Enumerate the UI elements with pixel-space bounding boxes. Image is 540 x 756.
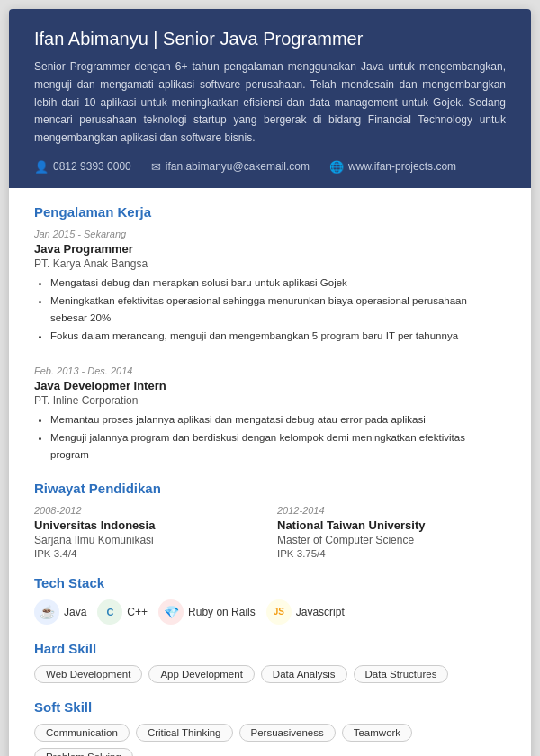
softskill-tags: Communication Critical Thinking Persuasi… [34,724,506,756]
experience-section: Pengalaman Kerja Jan 2015 - Sekarang Jav… [34,204,506,464]
header-section: Ifan Abimanyu | Senior Java Programmer S… [9,9,531,188]
exp-bullet-2-2: Menguji jalannya program dan berdiskusi … [50,429,506,464]
edu-date-2: 2012-2014 [277,505,506,516]
cpp-icon: C [97,599,122,625]
softskill-tag-2: Critical Thinking [136,724,233,742]
techstack-section: Tech Stack ☕ Java C C++ 💎 Ruby on Rails … [34,575,506,625]
globe-icon: 🌐 [329,160,344,174]
education-item-2: 2012-2014 National Taiwan University Mas… [277,505,506,559]
exp-bullet-1-3: Fokus dalam merancang, menguji dan menge… [50,328,506,346]
hardskill-tag-1: Web Development [34,665,142,683]
email-icon: ✉ [151,160,161,174]
header-title: Ifan Abimanyu | Senior Java Programmer [34,29,506,50]
exp-bullet-2-1: Memantau proses jalannya aplikasi dan me… [50,411,506,429]
exp-date-1: Jan 2015 - Sekarang [34,229,506,239]
edu-gpa-2: IPK 3.75/4 [277,548,506,559]
education-item-1: 2008-2012 Universitas Indonesia Sarjana … [34,505,263,559]
phone-number: 0812 9393 0000 [53,160,131,173]
tech-item-js: JS Javascript [266,599,345,625]
tech-item-cpp: C C++ [97,599,148,625]
edu-date-1: 2008-2012 [34,505,263,516]
edu-gpa-1: IPK 3.4/4 [34,548,263,559]
hardskill-title: Hard Skill [34,641,506,656]
softskill-tag-5: Problem Solving [34,748,133,756]
exp-divider [34,356,506,356]
edu-school-2: National Taiwan University [277,518,506,532]
candidate-name: Ifan Abimanyu [34,29,148,49]
softskill-tag-1: Communication [34,724,130,742]
hardskill-tags: Web Development App Development Data Ana… [34,665,506,683]
experience-item-1: Jan 2015 - Sekarang Java Programmer PT. … [34,229,506,345]
title-separator: | [148,29,163,49]
java-icon: ☕ [34,599,59,625]
exp-company-2: PT. Inline Corporation [34,394,506,407]
contact-bar: 👤 0812 9393 0000 ✉ ifan.abimanyu@cakemai… [34,160,506,174]
edu-degree-1: Sarjana Ilmu Komunikasi [34,534,263,546]
exp-bullets-2: Memantau proses jalannya aplikasi dan me… [34,411,506,464]
hardskill-tag-2: App Development [148,665,254,683]
phone-icon: 👤 [34,160,49,174]
experience-title: Pengalaman Kerja [34,204,506,220]
exp-role-1: Java Programmer [34,242,506,256]
experience-item-2: Feb. 2013 - Des. 2014 Java Developmer In… [34,365,506,464]
softskill-tag-4: Teamwork [342,724,412,742]
softskill-section: Soft Skill Communication Critical Thinki… [34,699,506,756]
softskill-tag-3: Persuasiveness [239,724,336,742]
exp-role-2: Java Developmer Intern [34,379,506,392]
contact-email: ✉ ifan.abimanyu@cakemail.com [151,160,310,174]
exp-bullets-1: Mengatasi debug dan merapkan solusi baru… [34,274,506,345]
ruby-icon: 💎 [158,599,184,625]
hardskill-tag-4: Data Structures [354,665,449,683]
java-label: Java [64,606,86,618]
education-title: Riwayat Pendidikan [34,481,506,496]
exp-bullet-1-1: Mengatasi debug dan merapkan solusi baru… [50,274,506,292]
hardskill-tag-3: Data Analysis [261,665,347,683]
hardskill-section: Hard Skill Web Development App Developme… [34,641,506,683]
email-address: ifan.abimanyu@cakemail.com [166,160,310,173]
tech-stack-list: ☕ Java C C++ 💎 Ruby on Rails JS Javascri… [34,599,506,625]
exp-date-2: Feb. 2013 - Des. 2014 [34,365,506,376]
contact-website: 🌐 www.ifan-projects.com [329,160,456,174]
softskill-title: Soft Skill [34,699,506,715]
candidate-title: Senior Java Programmer [163,29,363,49]
tech-item-java: ☕ Java [34,599,86,625]
edu-degree-2: Master of Computer Science [277,534,506,546]
techstack-title: Tech Stack [34,575,506,590]
header-summary: Senior Programmer dengan 6+ tahun pengal… [34,58,506,148]
js-icon: JS [266,599,292,625]
tech-item-ruby: 💎 Ruby on Rails [158,599,256,625]
body-section: Pengalaman Kerja Jan 2015 - Sekarang Jav… [9,188,531,756]
contact-phone: 👤 0812 9393 0000 [34,160,131,174]
exp-bullet-1-2: Meningkatkan efektivitas operasional seh… [50,292,506,328]
js-label: Javascript [296,606,345,618]
education-section: Riwayat Pendidikan 2008-2012 Universitas… [34,481,506,559]
ruby-label: Ruby on Rails [188,606,256,618]
website-url: www.ifan-projects.com [348,160,456,173]
exp-company-1: PT. Karya Anak Bangsa [34,257,506,270]
edu-school-1: Universitas Indonesia [34,518,263,532]
cpp-label: C++ [127,606,148,618]
education-grid: 2008-2012 Universitas Indonesia Sarjana … [34,505,506,559]
resume-container: Ifan Abimanyu | Senior Java Programmer S… [9,9,531,756]
